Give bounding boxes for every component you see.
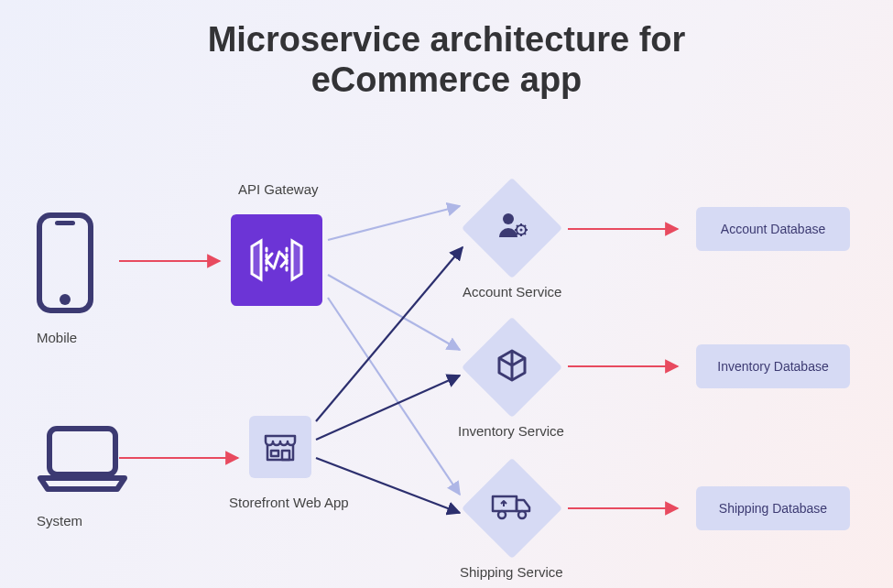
storefront-node [249, 416, 311, 478]
inventory-service-node [462, 317, 562, 418]
arrow-gateway-to-account [328, 206, 460, 240]
svg-point-2 [60, 294, 71, 305]
arrow-gateway-to-shipping [328, 298, 460, 495]
api-gateway-label: API Gateway [238, 181, 319, 197]
svg-line-17 [525, 234, 527, 235]
system-label: System [37, 513, 82, 528]
svg-rect-8 [271, 451, 278, 456]
storefront-icon [260, 427, 300, 467]
arrow-storefront-to-account [316, 247, 463, 421]
inventory-database-node: Inventory Database [696, 344, 850, 388]
svg-line-6 [274, 252, 279, 268]
system-client [37, 423, 128, 498]
shipping-service-label: Shipping Service [460, 564, 563, 580]
svg-rect-1 [55, 221, 75, 225]
storefront-label: Storefront Web App [229, 495, 349, 510]
mobile-icon [37, 212, 93, 313]
account-service-icon [494, 208, 530, 245]
shipping-database-label: Shipping Database [719, 501, 827, 516]
shipping-service-icon [491, 491, 533, 522]
inventory-service-icon [494, 347, 530, 384]
svg-line-18 [525, 225, 527, 227]
svg-rect-3 [49, 429, 115, 474]
account-database-label: Account Database [721, 222, 825, 236]
arrow-storefront-to-inventory [316, 376, 460, 440]
shipping-database-node: Shipping Database [696, 486, 850, 530]
account-service-node [462, 178, 562, 278]
inventory-database-label: Inventory Database [717, 359, 828, 374]
shipping-service-node [462, 458, 562, 559]
api-gateway-icon [245, 228, 309, 292]
svg-line-19 [517, 234, 518, 235]
mobile-client [37, 212, 93, 317]
laptop-icon [37, 423, 128, 495]
api-gateway-node [231, 214, 322, 306]
svg-rect-20 [493, 496, 517, 511]
account-database-node: Account Database [696, 207, 850, 251]
title-line2: eCommerce app [311, 60, 583, 99]
mobile-label: Mobile [37, 330, 77, 345]
svg-line-16 [517, 225, 518, 227]
svg-point-21 [498, 511, 506, 518]
svg-point-22 [518, 511, 526, 518]
svg-point-9 [503, 213, 514, 224]
title-line1: Microservice architecture for [208, 20, 686, 59]
inventory-service-label: Inventory Service [458, 423, 564, 439]
diagram-title: Microservice architecture for eCommerce … [0, 20, 893, 100]
svg-rect-7 [282, 451, 289, 460]
svg-point-11 [520, 229, 523, 232]
account-service-label: Account Service [463, 284, 561, 299]
arrow-gateway-to-inventory [328, 275, 460, 350]
